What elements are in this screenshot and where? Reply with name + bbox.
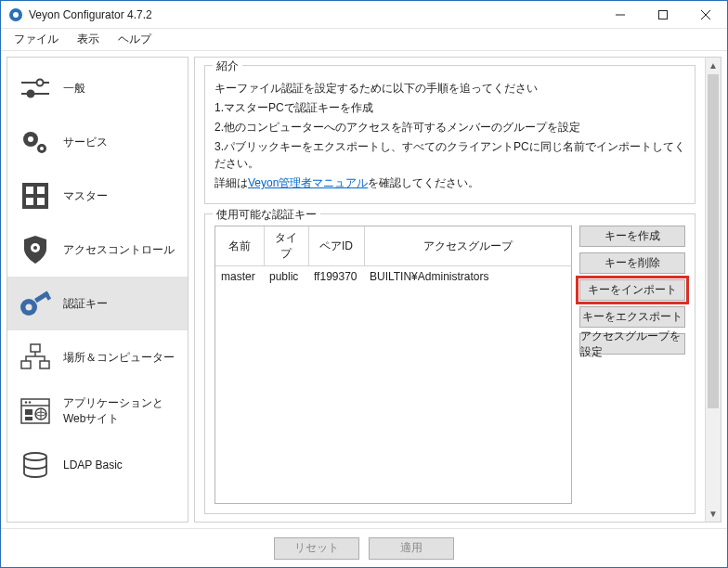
sidebar-item-general[interactable]: 一般 — [7, 61, 188, 115]
window-title: Veyon Configurator 4.7.2 — [29, 8, 599, 21]
sidebar-item-locations[interactable]: 場所＆コンピューター — [7, 330, 188, 384]
svg-rect-18 — [37, 198, 45, 205]
manual-link[interactable]: Veyon管理者マニュアル — [248, 176, 368, 189]
keys-table[interactable]: 名前 タイプ ペアID アクセスグループ master — [214, 226, 572, 504]
key-buttons: キーを作成 キーを削除 キーをインポート キーをエクスポート アクセスグループを… — [579, 226, 685, 504]
table-header-row: 名前 タイプ ペアID アクセスグループ — [215, 226, 571, 266]
shield-icon — [19, 235, 52, 265]
titlebar: Veyon Configurator 4.7.2 — [1, 1, 727, 29]
close-button[interactable] — [684, 1, 727, 29]
sidebar-item-label: マスター — [63, 188, 108, 204]
intro-legend: 紹介 — [213, 58, 242, 74]
svg-rect-17 — [26, 198, 33, 205]
menu-view[interactable]: 表示 — [70, 30, 107, 49]
intro-text: キーファイル認証を設定するために以下の手順を追ってください — [214, 80, 685, 97]
svg-point-13 — [40, 147, 44, 150]
sidebar-item-label: アプリケーションとWebサイト — [63, 395, 176, 427]
network-icon — [19, 343, 52, 371]
sidebar-item-master[interactable]: マスター — [7, 169, 188, 223]
svg-point-20 — [33, 246, 37, 250]
sidebar-item-service[interactable]: サービス — [7, 115, 188, 169]
bottom-bar: リセット 適用 — [1, 528, 727, 567]
sidebar-item-label: 認証キー — [63, 296, 108, 312]
delete-key-button[interactable]: キーを削除 — [579, 252, 685, 274]
svg-rect-3 — [659, 10, 668, 19]
col-pairid[interactable]: ペアID — [308, 226, 364, 266]
apply-button[interactable]: 適用 — [369, 537, 454, 560]
keys-legend: 使用可能な認証キー — [213, 207, 320, 223]
menubar: ファイル 表示 ヘルプ — [1, 29, 727, 51]
sidebar-item-label: 一般 — [63, 81, 85, 97]
grid-icon — [19, 182, 52, 210]
svg-point-22 — [26, 304, 32, 311]
sliders-icon — [19, 76, 52, 100]
sidebar-item-label: 場所＆コンピューター — [63, 350, 175, 366]
scroll-thumb[interactable] — [708, 74, 719, 408]
cell-type: public — [264, 266, 308, 288]
sidebar-item-apps-websites[interactable]: アプリケーションとWebサイト — [7, 384, 188, 438]
sidebar-item-ldap[interactable]: LDAP Basic — [7, 438, 188, 492]
svg-rect-32 — [25, 409, 32, 415]
sidebar-item-auth-keys[interactable]: 認証キー — [7, 277, 188, 330]
svg-point-31 — [29, 401, 31, 403]
content-area: 一般 サービス マスター アクセスコントロール — [1, 51, 727, 528]
svg-point-30 — [25, 401, 27, 403]
svg-rect-15 — [26, 187, 33, 194]
svg-rect-33 — [25, 417, 32, 420]
cell-pairid: ff199370 — [308, 266, 364, 288]
scroll-up-icon[interactable]: ▲ — [706, 58, 721, 73]
import-key-button[interactable]: キーをインポート — [579, 279, 685, 301]
svg-point-9 — [28, 91, 34, 97]
database-icon — [19, 451, 52, 479]
create-key-button[interactable]: キーを作成 — [579, 226, 685, 247]
main-panel: 紹介 キーファイル認証を設定するために以下の手順を追ってください 1.マスターP… — [194, 57, 722, 523]
apps-icon — [19, 398, 52, 424]
app-icon — [8, 7, 23, 22]
maximize-button[interactable] — [642, 1, 684, 29]
set-access-group-button[interactable]: アクセスグループを設定 — [579, 333, 685, 355]
vertical-scrollbar[interactable]: ▲ ▼ — [705, 58, 721, 522]
svg-point-11 — [28, 136, 33, 142]
main-content: 紹介 キーファイル認証を設定するために以下の手順を追ってください 1.マスターP… — [195, 58, 705, 522]
svg-rect-25 — [31, 344, 40, 352]
gears-icon — [19, 128, 52, 156]
intro-text: 詳細はVeyon管理者マニュアルを確認してください。 — [214, 174, 685, 191]
export-key-button[interactable]: キーをエクスポート — [579, 306, 685, 328]
sidebar-item-access-control[interactable]: アクセスコントロール — [7, 223, 188, 277]
intro-group: 紹介 キーファイル認証を設定するために以下の手順を追ってください 1.マスターP… — [204, 65, 696, 204]
keys-group: 使用可能な認証キー 名前 タイプ ペアID アクセスグル — [204, 213, 696, 514]
intro-text: 3.パブリックキーをエクスポートし、すべてのクライアントPCに同じ名前でインポー… — [214, 138, 685, 172]
col-group[interactable]: アクセスグループ — [364, 226, 571, 266]
sidebar-item-label: サービス — [63, 135, 108, 150]
cell-name: master — [215, 266, 264, 288]
svg-rect-16 — [37, 187, 45, 194]
minimize-button[interactable] — [599, 1, 642, 29]
cell-group: BUILTIN¥Administrators — [364, 266, 571, 288]
intro-text: 1.マスターPCで認証キーを作成 — [214, 99, 685, 116]
app-window: Veyon Configurator 4.7.2 ファイル 表示 ヘルプ 一般 … — [0, 0, 728, 568]
sidebar: 一般 サービス マスター アクセスコントロール — [6, 57, 188, 523]
scroll-down-icon[interactable]: ▼ — [706, 506, 721, 522]
key-icon — [19, 289, 52, 318]
sidebar-item-label: アクセスコントロール — [63, 242, 175, 258]
table-row[interactable]: master public ff199370 BUILTIN¥Administr… — [215, 266, 571, 288]
col-type[interactable]: タイプ — [264, 226, 308, 266]
menu-file[interactable]: ファイル — [6, 30, 66, 49]
menu-help[interactable]: ヘルプ — [110, 30, 159, 49]
svg-rect-27 — [40, 361, 49, 368]
col-name[interactable]: 名前 — [215, 226, 264, 266]
intro-text: 2.他のコンピューターへのアクセスを許可するメンバーのグループを設定 — [214, 119, 685, 136]
svg-point-1 — [13, 12, 19, 18]
reset-button[interactable]: リセット — [274, 537, 359, 560]
svg-point-7 — [37, 80, 44, 86]
sidebar-item-label: LDAP Basic — [63, 458, 123, 471]
svg-point-36 — [24, 453, 46, 460]
svg-rect-26 — [21, 361, 31, 368]
